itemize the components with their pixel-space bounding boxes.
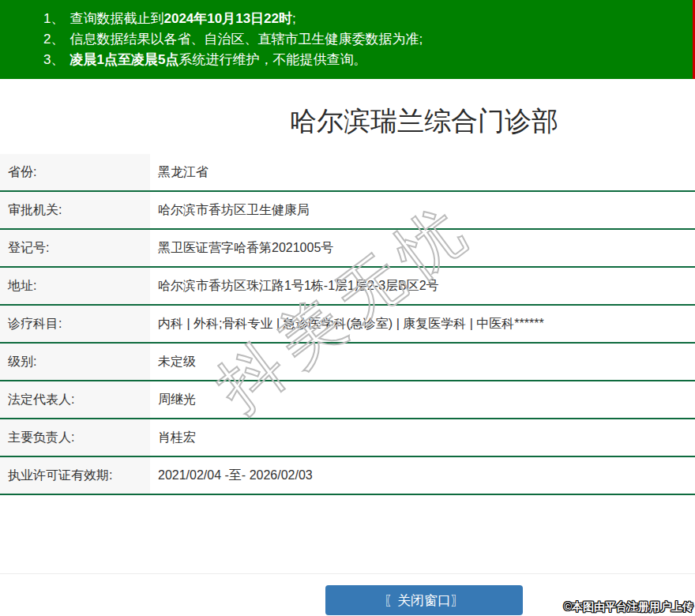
notice-line-2-number: 2、 [43, 32, 64, 47]
table-row: 执业许可证有效期: 2021/02/04 -至- 2026/02/03 [0, 456, 695, 494]
row-label: 诊疗科目: [0, 305, 150, 343]
row-label: 审批机关: [0, 191, 150, 229]
notice-line-2-text: 信息数据结果以各省、自治区、直辖市卫生健康委数据为准; [70, 32, 423, 47]
table-row: 级别: 未定级 [0, 343, 695, 381]
row-label: 主要负责人: [0, 419, 150, 456]
footer-divider [0, 573, 695, 574]
row-value: 哈尔滨市香坊区卫生健康局 [150, 191, 695, 229]
table-row: 地址: 哈尔滨市香坊区珠江路1号1栋-1层1层2-3层B区2号 [0, 267, 695, 305]
row-value: 黑龙江省 [150, 154, 695, 191]
table-row: 诊疗科目: 内科 | 外科;骨科专业 | 急诊医学科(急诊室) | 康复医学科 … [0, 305, 695, 343]
page-title: 哈尔滨瑞兰综合门诊部 [0, 105, 695, 137]
row-value: 黑卫医证营字哈香第2021005号 [150, 229, 695, 267]
row-value: 肖桂宏 [150, 419, 695, 456]
notice-line-1-number: 1、 [43, 11, 64, 26]
row-label: 执业许可证有效期: [0, 456, 150, 494]
table-row: 主要负责人: 肖桂宏 [0, 419, 695, 456]
row-value: 哈尔滨市香坊区珠江路1号1栋-1层1层2-3层B区2号 [150, 267, 695, 305]
close-window-button[interactable]: 〖关闭窗口〗 [325, 585, 523, 615]
table-row: 法定代表人: 周继光 [0, 381, 695, 419]
main-content: 哈尔滨瑞兰综合门诊部 省份: 黑龙江省 审批机关: 哈尔滨市香坊区卫生健康局 登… [0, 105, 695, 615]
row-label: 登记号: [0, 229, 150, 267]
photo-credit-watermark: ©本图由平台注册用户上传 [564, 600, 693, 614]
row-value: 内科 | 外科;骨科专业 | 急诊医学科(急诊室) | 康复医学科 | 中医科*… [150, 305, 695, 343]
institution-info-table: 省份: 黑龙江省 审批机关: 哈尔滨市香坊区卫生健康局 登记号: 黑卫医证营字哈… [0, 154, 695, 495]
notice-line-3-number: 3、 [43, 52, 64, 67]
notice-line-2: 2、信息数据结果以各省、自治区、直辖市卫生健康委数据为准; [43, 29, 695, 50]
row-label: 省份: [0, 154, 150, 191]
notice-line-1-text: 查询数据截止到 [70, 11, 163, 26]
table-row: 省份: 黑龙江省 [0, 154, 695, 191]
row-label: 级别: [0, 343, 150, 381]
row-value: 2021/02/04 -至- 2026/02/03 [150, 456, 695, 494]
table-row: 登记号: 黑卫医证营字哈香第2021005号 [0, 229, 695, 267]
row-label: 法定代表人: [0, 381, 150, 419]
notice-banner: 1、查询数据截止到2024年10月13日22时; 2、信息数据结果以各省、自治区… [0, 0, 695, 79]
row-label: 地址: [0, 267, 150, 305]
row-value: 周继光 [150, 381, 695, 419]
row-value: 未定级 [150, 343, 695, 381]
notice-line-3-suffix: 系统进行维护，不能提供查询。 [178, 52, 366, 67]
notice-line-3: 3、凌晨1点至凌晨5点系统进行维护，不能提供查询。 [43, 50, 695, 70]
notice-line-1-suffix: ; [292, 11, 296, 26]
table-row: 审批机关: 哈尔滨市香坊区卫生健康局 [0, 191, 695, 229]
notice-line-1-bold: 2024年10月13日22时 [163, 11, 292, 26]
notice-line-1: 1、查询数据截止到2024年10月13日22时; [43, 9, 695, 29]
notice-line-3-bold: 凌晨1点至凌晨5点 [70, 52, 178, 67]
